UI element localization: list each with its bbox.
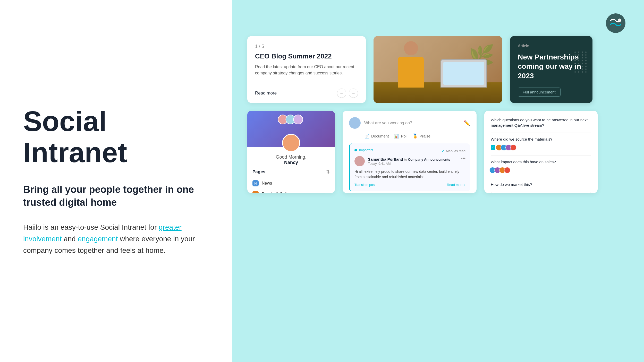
compose-input[interactable]: What are you working on? bbox=[364, 121, 460, 125]
qa-question-4: How do we market this? bbox=[491, 182, 591, 187]
page-label-news: News bbox=[262, 181, 272, 186]
article-card: Article New Partnerships coming our way … bbox=[510, 36, 592, 103]
qa-item-3: What impact does this have on sales? bbox=[491, 159, 591, 173]
page-label-people: People & Culture bbox=[262, 192, 293, 193]
logo-area bbox=[605, 13, 626, 35]
document-label: Document bbox=[371, 134, 389, 138]
description-mid: and bbox=[62, 235, 78, 243]
page-item-news[interactable]: N News bbox=[252, 178, 330, 189]
pages-sort-icon[interactable]: ⇅ bbox=[326, 169, 330, 175]
svg-point-1 bbox=[618, 19, 621, 22]
post-author-name: Samantha Portland bbox=[368, 157, 403, 161]
document-icon: 📄 bbox=[364, 133, 370, 139]
blog-counter: 1 / 5 bbox=[255, 44, 358, 49]
document-action[interactable]: 📄 Document bbox=[364, 133, 389, 139]
voter-avatars-2 bbox=[497, 144, 516, 151]
qa-card: Which questions do you want to be answer… bbox=[484, 111, 598, 193]
qa-question-1: Which questions do you want to be answer… bbox=[491, 117, 591, 128]
post-more-icon[interactable]: ••• bbox=[461, 156, 465, 161]
post-text: Hi all, extremely proud to share our new… bbox=[354, 169, 465, 180]
person-body bbox=[398, 57, 424, 88]
page-item-people[interactable]: P People & Culture bbox=[252, 189, 330, 193]
poll-label: Poll bbox=[401, 134, 407, 138]
top-avatar-group bbox=[279, 115, 303, 124]
qa-item-1: Which questions do you want to be answer… bbox=[491, 117, 591, 128]
user-main-avatar bbox=[282, 134, 300, 152]
page-icon-people: P bbox=[252, 191, 259, 193]
laptop-screen bbox=[443, 62, 484, 85]
description-start: Haiilo is an easy-to-use Social Intranet… bbox=[23, 223, 159, 231]
voter-8 bbox=[504, 167, 510, 173]
compose-area: What are you working on? ✏️ bbox=[349, 117, 470, 129]
right-panel: 1 / 5 CEO Blog Summer 2022 Read the late… bbox=[232, 0, 644, 362]
compose-actions: 📄 Document 📊 Poll 🏅 Praise bbox=[349, 133, 470, 139]
post-channel: Company Announcements bbox=[408, 158, 450, 161]
blog-title: CEO Blog Summer 2022 bbox=[255, 52, 358, 60]
praise-label: Praise bbox=[419, 134, 430, 138]
poll-icon: 📊 bbox=[394, 133, 399, 139]
check-icon: ✓ bbox=[442, 149, 445, 153]
post-actions-row: Translate post Read more › bbox=[354, 183, 465, 187]
ceo-image-card: 🌿 bbox=[374, 36, 502, 103]
pages-label: Pages bbox=[252, 169, 265, 175]
subtitle: Bring all your people together in one tr… bbox=[23, 183, 209, 209]
post-item: Important ✓ Mark as read Samantha Portla… bbox=[349, 143, 470, 191]
qa-divider-2 bbox=[491, 155, 591, 156]
qa-item-4: How do we market this? bbox=[491, 182, 591, 187]
next-arrow[interactable]: → bbox=[349, 89, 358, 98]
pages-card: Good Morning, Nancy Pages ⇅ N News P Peo… bbox=[247, 111, 335, 193]
qa-voters-3 bbox=[491, 167, 591, 173]
praise-action[interactable]: 🏅 Praise bbox=[412, 133, 430, 139]
qa-item-2: Where did we source the materials? ✓ bbox=[491, 136, 591, 151]
read-more-link[interactable]: Read more bbox=[255, 91, 277, 96]
greeting-text: Good Morning, Nancy bbox=[247, 154, 335, 165]
nav-arrows: ← → bbox=[337, 89, 358, 98]
compose-edit-icon[interactable]: ✏️ bbox=[464, 120, 470, 126]
pages-list: Pages ⇅ N News P People & Culture M Mark… bbox=[247, 165, 335, 193]
svg-point-0 bbox=[606, 13, 625, 33]
qa-question-3: What impact does this have on sales? bbox=[491, 159, 591, 165]
person-silhouette bbox=[394, 41, 428, 88]
post-author-line: Samantha Portland to Company Announcemen… bbox=[368, 157, 450, 162]
post-author-details: Samantha Portland to Company Announcemen… bbox=[368, 157, 450, 166]
full-announcement-button[interactable]: Full announcement bbox=[518, 88, 561, 97]
qa-input-area[interactable]: Add your question... › bbox=[491, 192, 591, 193]
article-label: Article bbox=[518, 44, 585, 48]
qa-divider-3 bbox=[491, 178, 591, 178]
post-important-badge: Important bbox=[354, 148, 373, 152]
pages-header: Pages ⇅ bbox=[252, 169, 330, 175]
blog-footer: Read more ← → bbox=[255, 89, 358, 98]
blog-card: 1 / 5 CEO Blog Summer 2022 Read the late… bbox=[247, 36, 366, 103]
post-read-more-link[interactable]: Read more › bbox=[447, 183, 465, 187]
avatar-3 bbox=[293, 115, 303, 124]
qa-voters-2: ✓ bbox=[491, 144, 591, 151]
important-dot bbox=[354, 149, 357, 151]
page-icon-news: N bbox=[252, 180, 259, 186]
blog-description: Read the latest update from our CEO abou… bbox=[255, 64, 358, 76]
greeting-name: Nancy bbox=[252, 160, 330, 165]
person-head bbox=[404, 41, 418, 55]
bottom-row: Good Morning, Nancy Pages ⇅ N News P Peo… bbox=[247, 111, 634, 193]
post-author-info: Samantha Portland to Company Announcemen… bbox=[354, 156, 450, 166]
post-time: Today, 9:41 AM bbox=[368, 162, 450, 166]
compose-avatar bbox=[349, 117, 361, 129]
dot-pattern bbox=[574, 51, 587, 73]
translate-link[interactable]: Translate post bbox=[354, 183, 376, 187]
laptop-shape bbox=[440, 59, 487, 88]
important-label: Important bbox=[359, 148, 373, 152]
praise-icon: 🏅 bbox=[412, 133, 418, 139]
user-greeting-area bbox=[247, 111, 335, 147]
vote-checkbox-2[interactable]: ✓ bbox=[491, 145, 495, 150]
poll-action[interactable]: 📊 Poll bbox=[394, 133, 407, 139]
voter-avatars-3 bbox=[491, 167, 510, 173]
qa-question-2: Where did we source the materials? bbox=[491, 136, 591, 142]
prev-arrow[interactable]: ← bbox=[337, 89, 346, 98]
voter-4 bbox=[510, 144, 516, 151]
page-title: Social Intranet bbox=[23, 106, 209, 168]
post-author-avatar bbox=[354, 156, 365, 166]
haiilo-logo-icon bbox=[605, 13, 626, 33]
greeting-hello: Good Morning, bbox=[252, 154, 330, 160]
top-row: 1 / 5 CEO Blog Summer 2022 Read the late… bbox=[247, 36, 634, 103]
left-panel: Social Intranet Bring all your people to… bbox=[0, 0, 232, 362]
mark-as-read[interactable]: ✓ Mark as read bbox=[442, 149, 465, 153]
